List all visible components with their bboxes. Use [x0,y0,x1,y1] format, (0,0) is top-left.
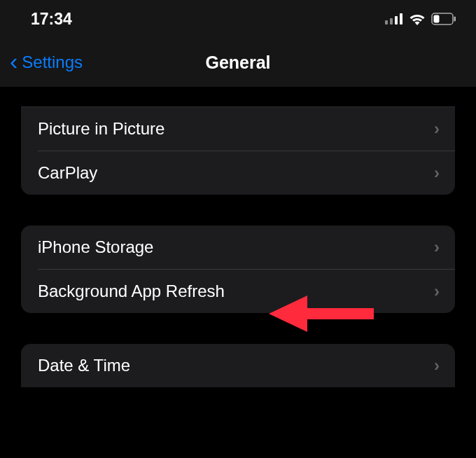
row-label: CarPlay [38,163,97,183]
row-date-time[interactable]: Date & Time › [21,344,455,387]
chevron-left-icon: ‹ [10,49,18,73]
nav-bar: ‹ Settings General [0,38,476,87]
cellular-icon [385,13,403,25]
row-label: iPhone Storage [38,237,153,257]
status-bar: 17:34 [0,0,476,38]
row-label: Picture in Picture [38,119,164,139]
svg-rect-0 [385,20,388,25]
wifi-icon [409,13,426,25]
row-carplay[interactable]: CarPlay › [21,151,455,195]
settings-section-media: Picture in Picture › CarPlay › [21,106,455,195]
row-picture-in-picture[interactable]: Picture in Picture › [21,107,455,151]
back-label: Settings [22,53,83,72]
settings-section-storage: iPhone Storage › Background App Refresh … [21,225,455,313]
settings-section-datetime: Date & Time › [21,344,455,387]
status-time: 17:34 [31,10,72,29]
chevron-right-icon: › [434,282,440,301]
battery-icon [431,13,456,25]
chevron-right-icon: › [434,163,440,183]
chevron-right-icon: › [434,356,440,375]
row-background-app-refresh[interactable]: Background App Refresh › [21,270,455,313]
page-title: General [205,53,270,73]
row-label: Background App Refresh [38,282,225,301]
svg-rect-1 [390,18,393,25]
row-label: Date & Time [38,356,130,375]
svg-rect-2 [395,16,398,25]
status-indicators [385,13,456,25]
svg-rect-6 [454,17,456,22]
row-iphone-storage[interactable]: iPhone Storage › [21,225,455,269]
chevron-right-icon: › [434,237,440,257]
content: Picture in Picture › CarPlay › iPhone St… [0,87,476,387]
chevron-right-icon: › [434,119,440,139]
svg-rect-5 [434,15,440,23]
back-button[interactable]: ‹ Settings [10,50,83,74]
svg-rect-3 [400,13,402,25]
